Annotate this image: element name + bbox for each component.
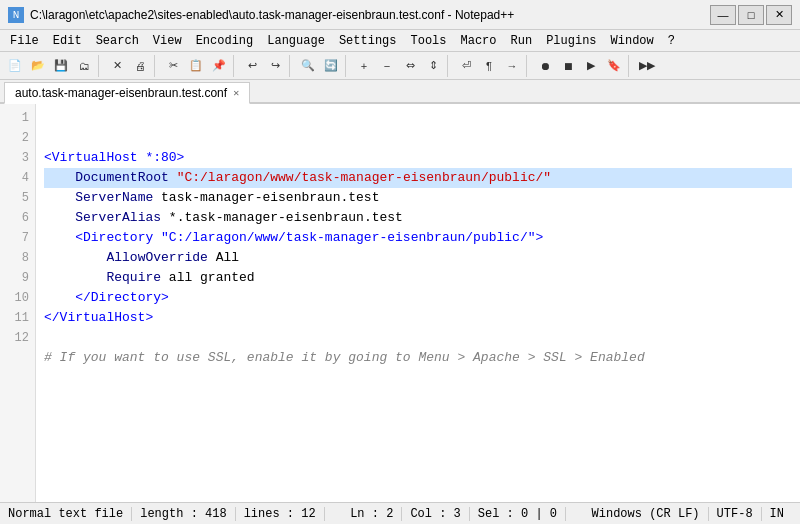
tab-close-button[interactable]: ✕ [233,87,239,99]
editor-container: 123456789101112 <VirtualHost *:80> Docum… [0,104,800,502]
code-line-9: </VirtualHost> [44,308,792,328]
open-button[interactable]: 📂 [27,55,49,77]
code-line-8: </Directory> [44,288,792,308]
length-status: length : 418 [132,507,235,521]
col-status: Col : 3 [402,507,469,521]
code-line-4: ServerAlias *.task-manager-eisenbraun.te… [44,208,792,228]
menu-item-settings[interactable]: Settings [333,32,403,50]
paste-button[interactable]: 📌 [208,55,230,77]
ln-status: Ln : 2 [342,507,402,521]
menu-item-macro[interactable]: Macro [455,32,503,50]
toolbar-sep-2 [154,55,159,77]
file-type-status: Normal text file [8,507,132,521]
new-button[interactable]: 📄 [4,55,26,77]
menu-item-encoding[interactable]: Encoding [190,32,260,50]
status-bar: Normal text file length : 418 lines : 12… [0,502,800,524]
tab-bar: auto.task-manager-eisenbraun.test.conf ✕ [0,80,800,104]
toolbar-sep-5 [345,55,350,77]
sync-v-scroll[interactable]: ⇕ [422,55,444,77]
title-bar: N C:\laragon\etc\apache2\sites-enabled\a… [0,0,800,30]
insert-status: IN [762,507,792,521]
menu-item-window[interactable]: Window [605,32,660,50]
save-all-button[interactable]: 🗂 [73,55,95,77]
code-line-3: ServerName task-manager-eisenbraun.test [44,188,792,208]
window-title: C:\laragon\etc\apache2\sites-enabled\aut… [30,8,514,22]
code-line-6: AllowOverride All [44,248,792,268]
line-number-1: 1 [8,108,29,128]
menu-item-file[interactable]: File [4,32,45,50]
print-button[interactable]: 🖨 [129,55,151,77]
zoom-out-button[interactable]: − [376,55,398,77]
macro-rec[interactable]: ⏺ [534,55,556,77]
charset-status: UTF-8 [709,507,762,521]
run-button[interactable]: ▶▶ [636,55,658,77]
sync-h-scroll[interactable]: ⇔ [399,55,421,77]
indent-button[interactable]: → [501,55,523,77]
line-number-12: 12 [8,328,29,348]
line-number-11: 11 [8,308,29,328]
code-area[interactable]: <VirtualHost *:80> DocumentRoot "C:/lara… [36,104,800,502]
line-number-3: 3 [8,148,29,168]
menu-item-run[interactable]: Run [505,32,539,50]
save-button[interactable]: 💾 [50,55,72,77]
code-line-7: Require all granted [44,268,792,288]
all-chars-button[interactable]: ¶ [478,55,500,77]
toolbar-sep-4 [289,55,294,77]
menu-item-language[interactable]: Language [261,32,331,50]
menu-item-edit[interactable]: Edit [47,32,88,50]
code-line-1: <VirtualHost *:80> [44,148,792,168]
word-wrap-button[interactable]: ⏎ [455,55,477,77]
menu-item-view[interactable]: View [147,32,188,50]
toolbar-sep-1 [98,55,103,77]
app-icon: N [8,7,24,23]
macro-stop[interactable]: ⏹ [557,55,579,77]
file-tab[interactable]: auto.task-manager-eisenbraun.test.conf ✕ [4,82,250,104]
line-number-7: 7 [8,228,29,248]
cut-button[interactable]: ✂ [162,55,184,77]
line-number-2: 2 [8,128,29,148]
macro-save[interactable]: 🔖 [603,55,625,77]
find-button[interactable]: 🔍 [297,55,319,77]
menu-item-tools[interactable]: Tools [404,32,452,50]
line-number-4: 4 [8,168,29,188]
toolbar-sep-3 [233,55,238,77]
line-numbers: 123456789101112 [0,104,36,502]
redo-button[interactable]: ↪ [264,55,286,77]
code-line-10 [44,328,792,348]
code-line-2: DocumentRoot "C:/laragon/www/task-manage… [44,168,792,188]
macro-play[interactable]: ▶ [580,55,602,77]
line-number-9: 9 [8,268,29,288]
copy-button[interactable]: 📋 [185,55,207,77]
replace-button[interactable]: 🔄 [320,55,342,77]
menu-item-search[interactable]: Search [90,32,145,50]
line-number-10: 10 [8,288,29,308]
menu-item-plugins[interactable]: Plugins [540,32,602,50]
line-number-6: 6 [8,208,29,228]
tab-label: auto.task-manager-eisenbraun.test.conf [15,86,227,100]
close-button[interactable]: ✕ [766,5,792,25]
close-all-button[interactable]: ✕ [106,55,128,77]
toolbar: 📄 📂 💾 🗂 ✕ 🖨 ✂ 📋 📌 ↩ ↪ 🔍 🔄 + − ⇔ ⇕ ⏎ ¶ → … [0,52,800,80]
encoding-status: Windows (CR LF) [584,507,709,521]
toolbar-sep-6 [447,55,452,77]
line-number-5: 5 [8,188,29,208]
toolbar-sep-7 [526,55,531,77]
maximize-button[interactable]: □ [738,5,764,25]
minimize-button[interactable]: — [710,5,736,25]
line-number-8: 8 [8,248,29,268]
code-line-11: # If you want to use SSL, enable it by g… [44,348,792,368]
menu-item-?[interactable]: ? [662,32,681,50]
sel-status: Sel : 0 | 0 [470,507,566,521]
lines-status: lines : 12 [236,507,325,521]
zoom-in-button[interactable]: + [353,55,375,77]
undo-button[interactable]: ↩ [241,55,263,77]
code-line-5: <Directory "C:/laragon/www/task-manager-… [44,228,792,248]
menu-bar: FileEditSearchViewEncodingLanguageSettin… [0,30,800,52]
code-line-12 [44,368,792,388]
toolbar-sep-8 [628,55,633,77]
